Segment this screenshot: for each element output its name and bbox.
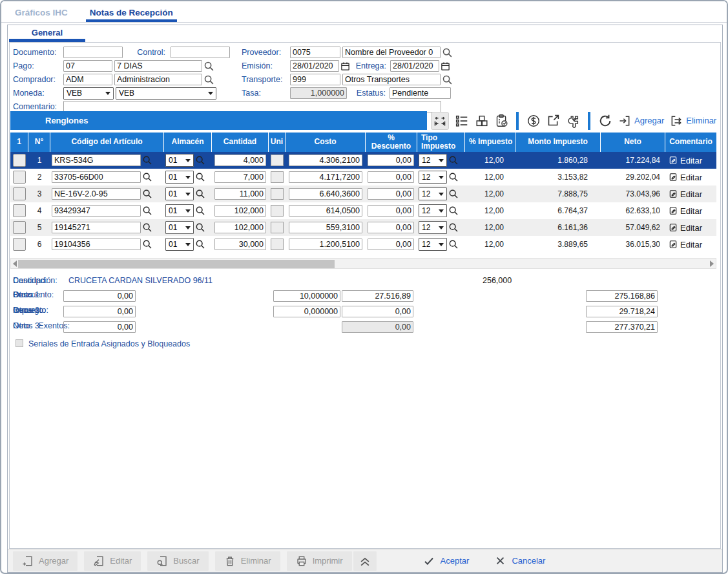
warehouse-select[interactable]: 01 — [165, 238, 194, 251]
recargo-monto-input[interactable] — [342, 306, 413, 317]
horizontal-scrollbar[interactable] — [10, 258, 716, 269]
proveedor-name-input[interactable] — [342, 47, 441, 58]
quantity-input[interactable] — [214, 188, 266, 200]
renglones-eliminar-button[interactable]: Eliminar — [670, 114, 716, 127]
otros2-input[interactable] — [63, 306, 136, 317]
transporte-code-input[interactable] — [290, 74, 340, 85]
pago-search-icon[interactable] — [203, 61, 214, 72]
eliminar-button[interactable]: Eliminar — [215, 551, 280, 571]
warehouse-search-icon[interactable] — [195, 239, 205, 250]
article-search-icon[interactable] — [142, 155, 152, 165]
warehouse-select[interactable]: 01 — [165, 204, 194, 217]
tax-type-select[interactable]: 12 — [419, 238, 447, 251]
article-code-input[interactable] — [52, 205, 141, 217]
tax-type-select[interactable]: 12 — [419, 204, 447, 217]
edit-comment-button[interactable]: Editar — [665, 173, 702, 182]
recargo-pct-input[interactable] — [273, 306, 340, 317]
export-icon[interactable] — [546, 114, 560, 127]
edit-comment-button[interactable]: Editar — [665, 189, 702, 199]
tab-graficos-ihc[interactable]: Gráficos IHC — [11, 3, 72, 22]
row-selector[interactable] — [13, 221, 26, 234]
tax-search-icon[interactable] — [448, 172, 459, 182]
warehouse-search-icon[interactable] — [195, 172, 205, 182]
article-search-icon[interactable] — [142, 172, 152, 182]
pago-name-input[interactable] — [114, 60, 202, 72]
proveedor-search-icon[interactable] — [442, 47, 453, 58]
tax-type-select[interactable]: 12 — [419, 171, 447, 184]
article-search-icon[interactable] — [142, 206, 152, 216]
table-row[interactable]: 3 01 12 12,00 7.888,75 73.043,96 Editar — [10, 186, 716, 202]
proveedor-code-input[interactable] — [290, 47, 340, 58]
comprador-name-input[interactable] — [114, 74, 202, 85]
discount-input[interactable] — [368, 154, 414, 166]
warehouse-search-icon[interactable] — [195, 222, 205, 233]
emision-date-input[interactable] — [290, 60, 339, 72]
cost-input[interactable] — [289, 154, 362, 166]
edit-comment-button[interactable]: Editar — [665, 156, 702, 165]
cost-input[interactable] — [289, 222, 362, 233]
discount-input[interactable] — [368, 222, 414, 233]
discount-input[interactable] — [368, 239, 414, 250]
quantity-input[interactable] — [214, 222, 266, 233]
article-search-icon[interactable] — [142, 239, 152, 250]
tax-search-icon[interactable] — [448, 189, 459, 199]
edit-comment-button[interactable]: Editar — [665, 206, 702, 216]
editar-button[interactable]: Editar — [84, 551, 141, 571]
puzzle-icon[interactable] — [566, 114, 580, 128]
clipboard-check-icon[interactable] — [495, 114, 508, 127]
discount-input[interactable] — [368, 171, 414, 183]
pago-code-input[interactable] — [63, 60, 112, 72]
article-code-input[interactable] — [52, 239, 141, 250]
tab-notas-de-recepcion[interactable]: Notas de Recepción — [86, 3, 177, 22]
warehouse-search-icon[interactable] — [195, 189, 205, 199]
list-icon[interactable] — [455, 114, 469, 128]
documento-input[interactable] — [63, 47, 123, 58]
row-selector[interactable] — [13, 204, 26, 217]
article-search-icon[interactable] — [142, 222, 152, 233]
agregar-button[interactable]: Agregar — [13, 551, 78, 571]
discount-input[interactable] — [368, 188, 414, 200]
row-selector[interactable] — [13, 238, 26, 251]
otros3-input[interactable] — [63, 321, 136, 333]
article-search-icon[interactable] — [142, 189, 152, 199]
aceptar-button[interactable]: Aceptar — [423, 555, 470, 567]
table-row[interactable]: 2 01 12 12,00 3.153,82 29.202,04 Editar — [10, 169, 716, 186]
quantity-input[interactable] — [214, 154, 266, 166]
warehouse-select[interactable]: 01 — [165, 221, 194, 234]
row-selector[interactable] — [13, 171, 26, 184]
tab-general[interactable]: General — [9, 28, 85, 37]
scrollbar-thumb[interactable] — [18, 260, 335, 268]
buscar-button[interactable]: Buscar — [147, 551, 208, 571]
neto-input[interactable] — [586, 321, 658, 333]
transporte-search-icon[interactable] — [442, 74, 453, 85]
scroll-right-icon[interactable] — [710, 260, 714, 267]
dollar-icon[interactable] — [526, 114, 541, 128]
comprador-code-input[interactable] — [63, 74, 112, 85]
descuento-monto-input[interactable] — [342, 290, 413, 302]
column-resize-button[interactable] — [431, 112, 449, 130]
quantity-input[interactable] — [214, 171, 266, 183]
discount-input[interactable] — [368, 205, 414, 217]
table-row[interactable]: 4 01 12 12,00 6.764,37 62.633,10 Editar — [10, 202, 716, 219]
refresh-icon[interactable] — [598, 114, 612, 128]
quantity-input[interactable] — [214, 239, 266, 250]
bruto-input[interactable] — [586, 290, 658, 302]
control-input[interactable] — [171, 47, 230, 58]
entrega-calendar-icon[interactable] — [441, 61, 450, 71]
article-code-input[interactable] — [52, 222, 141, 233]
row-selector[interactable] — [13, 154, 26, 167]
descuento-pct-input[interactable] — [273, 290, 340, 302]
cost-input[interactable] — [289, 188, 362, 200]
moneda-code-select[interactable]: VEB — [63, 87, 114, 100]
moneda-name-select[interactable]: VEB — [116, 87, 216, 100]
warehouse-search-icon[interactable] — [195, 206, 205, 216]
table-row[interactable]: 1 01 12 12,00 1.860,28 17.224,84 Editar — [10, 152, 716, 169]
warehouse-search-icon[interactable] — [195, 155, 205, 165]
tax-type-select[interactable]: 12 — [419, 187, 447, 200]
warehouse-select[interactable]: 01 — [165, 171, 194, 184]
cost-input[interactable] — [289, 239, 362, 250]
impuesto-input[interactable] — [586, 306, 658, 317]
collapse-toolbar-button[interactable] — [353, 551, 377, 571]
article-code-input[interactable] — [52, 154, 141, 166]
cost-input[interactable] — [289, 205, 362, 217]
